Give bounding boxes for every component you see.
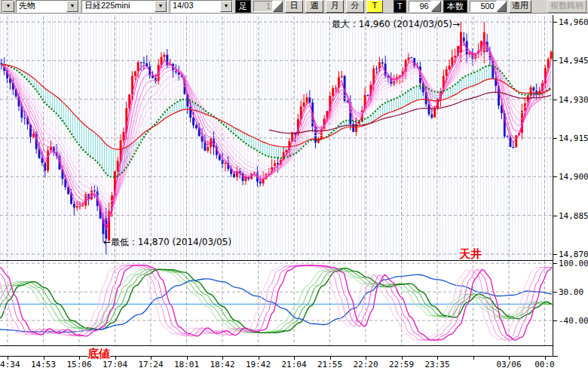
bar-count-stepper[interactable]: 500	[470, 1, 507, 12]
price-chart-plot	[0, 15, 553, 260]
chart-window: ▼ 先物 ▼ 日経225mini ▼ 14/03 ▼ 足 1 日 週 月 分 T…	[0, 0, 588, 377]
oscillator-bottom-border	[0, 345, 553, 346]
price-tick-mark	[553, 138, 557, 139]
dropdown-arrow-icon[interactable]: ▼	[66, 1, 78, 12]
time-tick-label: 18:42	[206, 360, 239, 369]
time-tick-mark	[473, 356, 474, 360]
price-tick-label: 14,870	[559, 250, 588, 259]
price-tick-mark	[553, 100, 557, 100]
time-tick-label: 18:01	[170, 360, 204, 369]
interval-value: 1	[253, 1, 273, 12]
tick-count-value[interactable]: 96	[409, 1, 431, 12]
time-tick-label: 19:42	[242, 360, 275, 369]
instrument-type-value: 先物	[17, 1, 66, 12]
dropdown-arrow-icon[interactable]: ▼	[220, 1, 232, 12]
spinner-updown-icon[interactable]	[273, 1, 283, 12]
left-edge-combo-stub[interactable]: ▼	[2, 0, 14, 13]
oscillator-tick-label: 30.00	[559, 287, 588, 297]
instrument-type-select[interactable]: 先物 ▼	[16, 0, 79, 13]
time-tick-label: 03/06	[492, 360, 525, 369]
min-annotation: ←最低 : 14,870 (2014/03/05)	[103, 236, 231, 249]
symbol-select[interactable]: 日経225mini ▼	[81, 0, 167, 13]
time-tick-label: 00:0	[528, 360, 562, 369]
time-tick-label: 22:59	[385, 360, 418, 369]
price-tick-label: 14,900	[559, 172, 588, 182]
period-week-button[interactable]: 週	[305, 0, 323, 13]
bar-count-value[interactable]: 500	[470, 1, 497, 12]
period-minute-button[interactable]: 分	[346, 0, 364, 13]
interval-label: 足	[235, 0, 251, 13]
price-tick-mark	[553, 60, 557, 61]
time-tick-label: 14:34	[0, 360, 24, 369]
price-tick-label: 14,930	[559, 95, 588, 105]
interval-stepper[interactable]: 1	[253, 1, 283, 12]
time-tick-label: 17:24	[134, 360, 167, 369]
price-tick-label: 14,945	[559, 56, 588, 66]
oscillator-tick-label: 100.00	[559, 259, 588, 268]
ceiling-annotation: 天井	[459, 247, 482, 262]
time-tick-label: 23:35	[421, 360, 454, 369]
price-tick-mark	[553, 22, 557, 23]
time-tick-label: 21:04	[277, 360, 311, 369]
spinner-updown-icon[interactable]	[431, 1, 441, 12]
oscillator-tick-mark	[553, 320, 557, 321]
symbol-value: 日経225mini	[82, 1, 155, 12]
tick-count-stepper[interactable]: 96	[409, 1, 441, 12]
oscillator-tick-mark	[553, 292, 557, 293]
multi-symbol-button[interactable]: 複数銘柄	[547, 0, 586, 13]
price-tick-mark	[553, 216, 557, 216]
time-tick-label: 22:20	[349, 360, 382, 369]
dropdown-arrow-icon[interactable]: ▼	[2, 1, 14, 12]
price-tick-label: 14,915	[559, 133, 588, 143]
toolbar: ▼ 先物 ▼ 日経225mini ▼ 14/03 ▼ 足 1 日 週 月 分 T…	[0, 0, 588, 14]
apply-button[interactable]: 適用	[509, 0, 531, 13]
dropdown-arrow-icon[interactable]: ▼	[155, 1, 167, 12]
period-day-button[interactable]: 日	[285, 0, 303, 13]
price-tick-mark	[553, 176, 557, 177]
oscillator-tick-label: -40.00	[559, 316, 588, 326]
oscillator-tick-mark	[553, 263, 557, 264]
time-tick-label: 21:55	[314, 360, 347, 369]
period-tick-button[interactable]: T	[366, 0, 383, 13]
oscillator-plot	[0, 260, 553, 345]
price-tick-label: 14,885	[559, 211, 588, 221]
time-tick-label: 14:53	[27, 360, 60, 369]
bar-count-label: 本数	[443, 0, 467, 13]
period-month-button[interactable]: 月	[326, 0, 344, 13]
right-axis-line	[553, 15, 553, 357]
price-tick-label: 14,960	[559, 17, 588, 27]
contract-month-value: 14/03	[170, 1, 220, 12]
time-axis-line	[0, 356, 558, 357]
tick-label: T	[394, 0, 406, 13]
price-tick-mark	[553, 254, 557, 255]
spinner-updown-icon[interactable]	[497, 1, 507, 12]
max-annotation: 最大 : 14,960 (2014/03/05)→	[332, 18, 460, 31]
bottom-annotation: 底値	[87, 347, 110, 361]
contract-month-select[interactable]: 14/03 ▼	[170, 0, 233, 13]
